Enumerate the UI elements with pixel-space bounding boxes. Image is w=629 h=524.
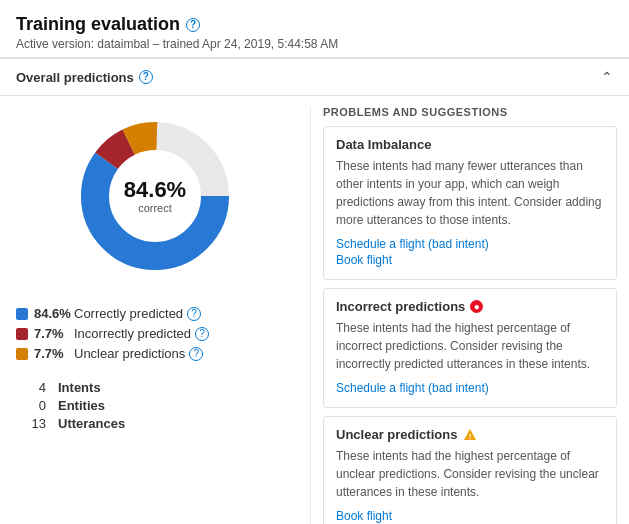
legend-row-incorrect: 7.7% Incorrectly predicted ? [16, 326, 294, 341]
link-book-flight-2[interactable]: Book flight [336, 509, 604, 523]
legend-pct-correct: 84.6% [34, 306, 74, 321]
collapse-icon[interactable]: ⌃ [601, 69, 613, 85]
card-data-imbalance-body: These intents had many fewer utterances … [336, 157, 604, 229]
overall-predictions-section-header: Overall predictions ? ⌃ [0, 58, 629, 96]
donut-center: 84.6% correct [124, 178, 186, 214]
left-panel: 84.6% correct 84.6% Correctly predicted … [0, 106, 310, 524]
stats-entities-num: 0 [16, 398, 46, 413]
card-incorrect-body: These intents had the highest percentage… [336, 319, 604, 373]
card-incorrect-predictions: Incorrect predictions ● These intents ha… [323, 288, 617, 408]
legend-help-incorrect[interactable]: ? [195, 327, 209, 341]
donut-label: correct [124, 202, 186, 214]
card-unclear-title: Unclear predictions ! [336, 427, 604, 442]
section-help-icon[interactable]: ? [139, 70, 153, 84]
legend-color-incorrect [16, 328, 28, 340]
legend-desc-incorrect: Incorrectly predicted ? [74, 326, 209, 341]
main-content: 84.6% correct 84.6% Correctly predicted … [0, 96, 629, 524]
donut-chart: 84.6% correct [75, 116, 235, 276]
stats-table: 4 Intents 0 Entities 13 Utterances [16, 380, 294, 434]
legend-help-unclear[interactable]: ? [189, 347, 203, 361]
svg-text:!: ! [469, 432, 472, 441]
legend-help-correct[interactable]: ? [187, 307, 201, 321]
stats-utterances-num: 13 [16, 416, 46, 431]
stats-row-utterances: 13 Utterances [16, 416, 294, 431]
page-header: Training evaluation ? Active version: da… [0, 0, 629, 58]
warning-icon: ! [462, 427, 477, 442]
legend-row-unclear: 7.7% Unclear predictions ? [16, 346, 294, 361]
legend-desc-unclear: Unclear predictions ? [74, 346, 203, 361]
card-unclear-body: These intents had the highest percentage… [336, 447, 604, 501]
stats-row-entities: 0 Entities [16, 398, 294, 413]
stats-row-intents: 4 Intents [16, 380, 294, 395]
legend-desc-correct: Correctly predicted ? [74, 306, 201, 321]
section-title-text: Overall predictions [16, 70, 134, 85]
stats-utterances-label: Utterances [58, 416, 125, 431]
legend-row-correct: 84.6% Correctly predicted ? [16, 306, 294, 321]
legend-pct-incorrect: 7.7% [34, 326, 74, 341]
legend: 84.6% Correctly predicted ? 7.7% Incorre… [16, 306, 294, 366]
title-help-icon[interactable]: ? [186, 18, 200, 32]
donut-percent: 84.6% [124, 178, 186, 202]
error-icon: ● [470, 300, 483, 313]
page-subtitle: Active version: dataimbal – trained Apr … [16, 37, 613, 51]
link-schedule-flight-1[interactable]: Schedule a flight (bad intent) [336, 237, 604, 251]
legend-color-unclear [16, 348, 28, 360]
card-data-imbalance-title: Data Imbalance [336, 137, 604, 152]
stats-intents-num: 4 [16, 380, 46, 395]
card-unclear-predictions: Unclear predictions ! These intents had … [323, 416, 617, 524]
legend-pct-unclear: 7.7% [34, 346, 74, 361]
title-text: Training evaluation [16, 14, 180, 35]
link-book-flight-1[interactable]: Book flight [336, 253, 604, 267]
stats-intents-label: Intents [58, 380, 101, 395]
page-title: Training evaluation ? [16, 14, 613, 35]
card-data-imbalance: Data Imbalance These intents had many fe… [323, 126, 617, 280]
card-incorrect-title: Incorrect predictions ● [336, 299, 604, 314]
stats-entities-label: Entities [58, 398, 105, 413]
link-schedule-flight-2[interactable]: Schedule a flight (bad intent) [336, 381, 604, 395]
section-title: Overall predictions ? [16, 70, 153, 85]
right-panel: PROBLEMS AND SUGGESTIONS Data Imbalance … [310, 106, 629, 524]
problems-title: PROBLEMS AND SUGGESTIONS [323, 106, 617, 118]
legend-color-correct [16, 308, 28, 320]
